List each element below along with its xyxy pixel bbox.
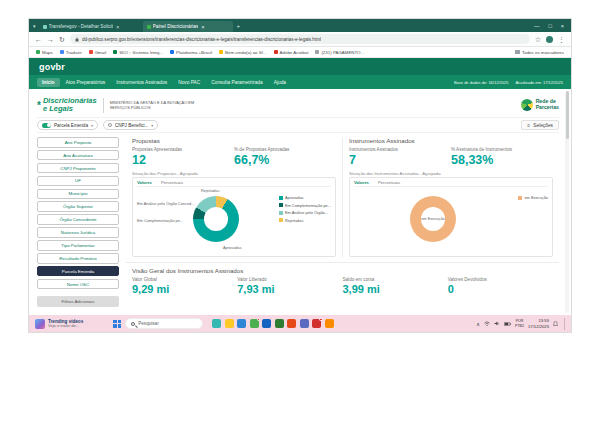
- bookmark-item[interactable]: (231) PAGAMENTO...: [315, 50, 364, 55]
- filter-chip-cnpj-beneficiario[interactable]: CNPJ Benefici... ▾: [103, 120, 158, 130]
- instrumentos-section: Instrumentos Assinados Instrumentos Assi…: [342, 137, 559, 257]
- address-bar[interactable]: dd-publico.serpro.gov.br/extensions/tran…: [70, 34, 530, 44]
- chart-tab-valores[interactable]: Valores: [354, 180, 369, 185]
- filter-tipo-parlamentar[interactable]: Tipo Parlamentar: [37, 240, 119, 251]
- language-line2: PTB2: [515, 324, 524, 328]
- taskbar-clock[interactable]: 13:55 17/12/2025: [528, 318, 549, 329]
- govbr-logo[interactable]: govbr: [39, 62, 65, 72]
- taskbar-app-icon[interactable]: [250, 319, 259, 328]
- nav-item-consulta-parametrizada[interactable]: Consulta Parametrizada: [206, 78, 267, 87]
- bookmark-item[interactable]: Plataforma +Brasil: [170, 50, 212, 55]
- filter-orgao-concedente[interactable]: Órgão Concedente: [37, 214, 119, 225]
- maximize-window-button[interactable]: □: [548, 23, 551, 29]
- bookmark-item[interactable]: Adobe Acrobat: [274, 50, 309, 55]
- dashboard-page: * Discricionárias e Legais Ministério da…: [29, 89, 571, 315]
- browser-toolbar: ← → ↻ dd-publico.serpro.gov.br/extension…: [29, 32, 571, 47]
- legend-swatch: [279, 211, 283, 215]
- filter-orgao-superior[interactable]: Órgão Superior: [37, 201, 119, 212]
- brand-star-icon: *: [37, 100, 41, 111]
- taskbar-search[interactable]: [125, 318, 203, 329]
- new-tab-button[interactable]: +: [237, 23, 241, 29]
- legend-swatch: [518, 196, 522, 200]
- start-button[interactable]: [113, 320, 121, 328]
- nav-item-inicio[interactable]: Início: [37, 78, 60, 87]
- scrollbar-thumb[interactable]: [566, 91, 569, 139]
- bookmark-item[interactable]: Maps: [36, 50, 53, 55]
- bookmark-favicon: [113, 50, 117, 54]
- forward-icon[interactable]: →: [47, 36, 54, 43]
- legend-item[interactable]: Em Complementação pe...: [279, 203, 331, 208]
- tray-chevron-up-icon[interactable]: ∧: [476, 321, 480, 327]
- legend-item[interactable]: Aprovadas: [279, 195, 331, 200]
- browser-tab-painel-discricionarias[interactable]: Painel Discricionárias ×: [143, 21, 233, 32]
- close-tab-icon[interactable]: ×: [116, 24, 119, 30]
- taskbar-app-icon[interactable]: [237, 319, 246, 328]
- taskbar-app-icon[interactable]: [300, 319, 309, 328]
- legend-item[interactable]: Em Análise pelo Órgão...: [279, 210, 331, 215]
- kpi-value: 66,7%: [234, 153, 336, 167]
- browser-tab-transferegov[interactable]: Transferegov - Detalhar Solicit ×: [39, 21, 143, 32]
- profile-avatar[interactable]: [546, 36, 553, 43]
- nav-item-instrumentos-assinados[interactable]: Instrumentos Assinados: [111, 78, 172, 87]
- bookmark-item[interactable]: Traduzir: [60, 50, 82, 55]
- show-desktop-button[interactable]: [564, 318, 565, 330]
- close-window-button[interactable]: ×: [561, 23, 564, 29]
- legend-label: Aprovadas: [285, 195, 304, 200]
- wifi-icon[interactable]: [484, 321, 490, 326]
- bookmark-label: SICI :: Sistema Integ...: [119, 50, 163, 55]
- taskbar-widget[interactable]: Trending videos Veja o trailer de...: [35, 319, 83, 329]
- page-scrollbar[interactable]: [565, 91, 569, 313]
- taskbar-app-icon[interactable]: [312, 319, 321, 328]
- filter-cnpj-proponente[interactable]: CNPJ Proponente: [37, 163, 119, 174]
- back-icon[interactable]: ←: [35, 36, 42, 43]
- filter-ano-assinatura[interactable]: Ano Assinatura: [37, 150, 119, 161]
- chart-tab-percentuais[interactable]: Percentuais: [378, 180, 400, 185]
- language-indicator[interactable]: POR PTB2: [515, 319, 524, 328]
- selections-button[interactable]: ≡ Seleções: [521, 120, 559, 130]
- taskbar-app-icon[interactable]: [262, 319, 271, 328]
- notification-bell-icon[interactable]: [553, 321, 558, 327]
- browser-menu-icon[interactable]: ⋮: [558, 36, 565, 43]
- widget-line2: Veja o trailer de...: [48, 324, 83, 329]
- nav-item-atos-preparatorios[interactable]: Atos Preparatórios: [61, 78, 111, 87]
- filter-parcela-emenda[interactable]: Parcela Emenda: [37, 266, 119, 277]
- desktop-screenshot: ▾ Transferegov - Detalhar Solicit × Pain…: [28, 18, 572, 333]
- kpi-label: Saldo em conta: [343, 277, 448, 282]
- taskbar-app-icon[interactable]: [287, 319, 296, 328]
- kpi-value: 9,29 mi: [132, 283, 237, 295]
- filter-municipio[interactable]: Município: [37, 189, 119, 200]
- taskbar-app-icon[interactable]: [325, 319, 334, 328]
- battery-icon[interactable]: [504, 322, 511, 326]
- filter-nome-osc[interactable]: Nome OSC: [37, 279, 119, 290]
- toggle-icon[interactable]: [42, 123, 51, 128]
- propostas-donut-chart[interactable]: [193, 196, 239, 242]
- legend-item[interactable]: em Execução: [518, 195, 548, 200]
- filter-ano-proposta[interactable]: Ano Proposta: [37, 137, 119, 148]
- updated-date-label: Atualizado em: 17/12/2025: [515, 80, 563, 85]
- search-input[interactable]: [138, 321, 197, 326]
- refresh-icon[interactable]: ↻: [59, 36, 65, 43]
- close-tab-icon[interactable]: ×: [201, 24, 204, 30]
- chart-tab-valores[interactable]: Valores: [137, 180, 152, 185]
- nav-item-ajuda[interactable]: Ajuda: [269, 78, 291, 87]
- filter-uf[interactable]: UF: [37, 176, 119, 187]
- filtros-adicionais-button[interactable]: Filtros Adicionais: [37, 296, 119, 307]
- taskbar-app-icon[interactable]: [275, 319, 284, 328]
- bookmark-item[interactable]: Bem-vindo(a) ao SI...: [219, 50, 266, 55]
- nav-item-novo-pac[interactable]: Novo PAC: [173, 78, 205, 87]
- filter-natureza-juridica[interactable]: Natureza Jurídica: [37, 227, 119, 238]
- bookmark-star-icon[interactable]: ☆: [535, 36, 541, 43]
- filter-resultado-primario[interactable]: Resultado Primário: [37, 253, 119, 264]
- bookmark-item[interactable]: SICI :: Sistema Integ...: [113, 50, 163, 55]
- minimize-window-button[interactable]: —: [534, 23, 540, 29]
- taskbar-app-icon[interactable]: [212, 319, 221, 328]
- tab-search-icon[interactable]: ▾: [33, 23, 36, 29]
- bookmark-item[interactable]: Gmail: [89, 50, 106, 55]
- chart-tab-percentuais[interactable]: Percentuais: [161, 180, 183, 185]
- volume-icon[interactable]: [494, 321, 500, 326]
- taskbar-app-icon[interactable]: [225, 319, 234, 328]
- legend-item[interactable]: Rejeitadas: [279, 218, 331, 223]
- filter-chip-parcela-emenda[interactable]: Parcela Emenda ▾: [37, 120, 98, 130]
- all-bookmarks-button[interactable]: Todos os marcadores: [515, 50, 564, 55]
- kpi-percent-propostas-aprovadas: % de Propostas Aprovadas 66,7%: [234, 147, 336, 167]
